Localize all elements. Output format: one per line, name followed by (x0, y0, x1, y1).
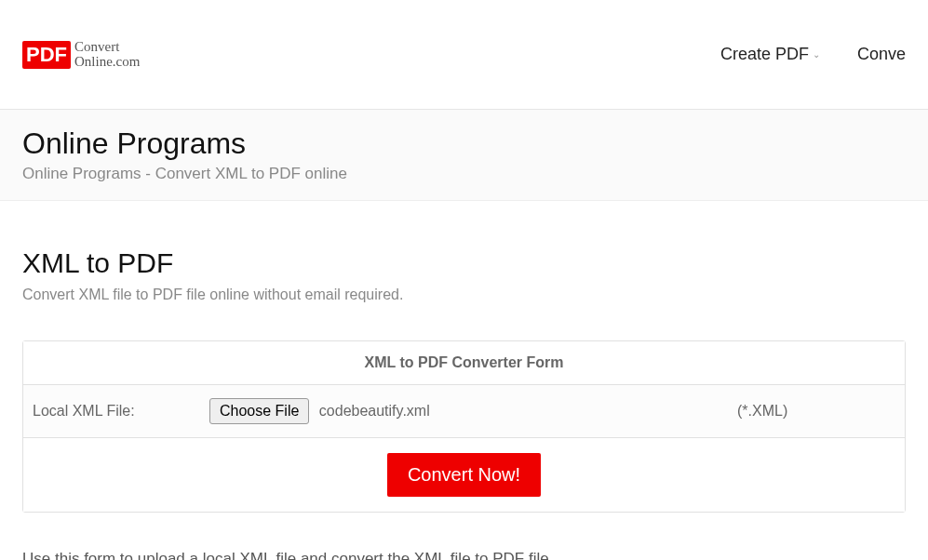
section-title: XML to PDF (22, 247, 906, 279)
chevron-down-icon: ⌄ (813, 49, 820, 60)
form-label: Local XML File: (23, 385, 200, 438)
main-nav: Create PDF ⌄ Conve (720, 45, 906, 64)
logo-badge: PDF (22, 41, 71, 69)
footer-instruction: Use this form to upload a local XML file… (22, 550, 906, 560)
selected-filename: codebeautify.xml (319, 403, 430, 419)
nav-create-pdf[interactable]: Create PDF ⌄ (720, 45, 820, 64)
page-title: Online Programs (22, 127, 906, 161)
file-input-cell: Choose File codebeautify.xml (200, 385, 728, 438)
section-desc: Convert XML file to PDF file online with… (22, 287, 906, 303)
nav-convert-label: Conve (857, 45, 906, 64)
choose-file-button[interactable]: Choose File (209, 398, 309, 424)
title-section: Online Programs Online Programs - Conver… (0, 110, 928, 201)
convert-button[interactable]: Convert Now! (387, 453, 541, 497)
nav-create-pdf-label: Create PDF (720, 45, 809, 64)
converter-form: XML to PDF Converter Form Local XML File… (22, 340, 906, 513)
logo-text: Convert Online.com (74, 40, 140, 70)
form-header: XML to PDF Converter Form (23, 341, 905, 385)
logo-line1: Convert (74, 40, 140, 55)
file-extension-hint: (*.XML) (728, 385, 905, 438)
submit-row: Convert Now! (23, 438, 905, 512)
site-logo[interactable]: PDF Convert Online.com (22, 40, 140, 70)
nav-convert[interactable]: Conve (857, 45, 906, 64)
page-subtitle: Online Programs - Convert XML to PDF onl… (22, 165, 906, 183)
logo-line2: Online.com (74, 55, 140, 70)
